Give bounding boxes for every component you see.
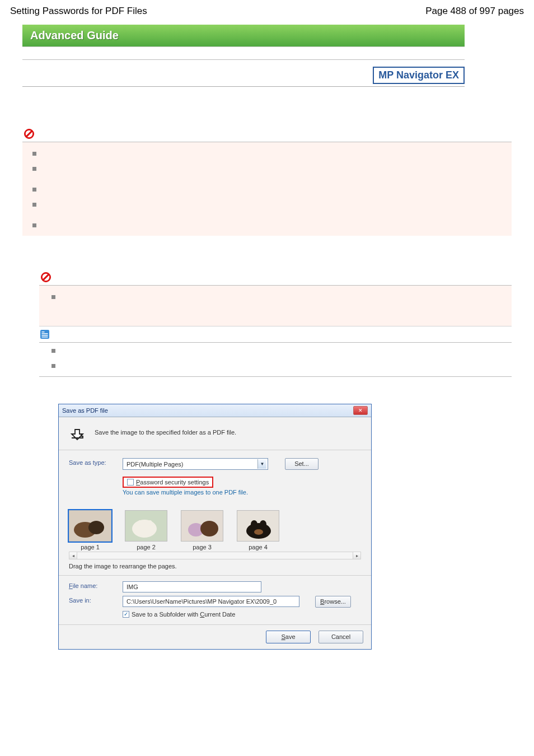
svg-point-13 <box>88 521 104 534</box>
subfolder-row: ✓ Save to a Subfolder with Current Date <box>123 611 361 618</box>
save-as-type-label: Save as type: <box>69 458 123 466</box>
save-pdf-dialog: Save as PDF file ✕ Save the image to the… <box>58 404 372 650</box>
scroll-right-icon[interactable]: ▸ <box>353 552 360 559</box>
svg-rect-6 <box>40 330 49 339</box>
mp-navigator-badge: MP Navigator EX <box>373 67 465 84</box>
dialog-screenshot: Save as PDF file ✕ Save the image to the… <box>58 404 372 650</box>
divider <box>22 86 465 87</box>
dialog-footer: Save Cancel <box>59 624 371 649</box>
thumbnail-image <box>237 510 279 542</box>
important-note <box>22 126 512 236</box>
memo-body <box>39 343 512 376</box>
multiple-images-hint: You can save multiple images to one PDF … <box>123 489 361 496</box>
svg-rect-10 <box>42 337 48 338</box>
list-item <box>51 358 512 373</box>
page-thumb-1[interactable]: page 1 <box>69 510 111 550</box>
step-block <box>39 269 512 377</box>
svg-point-16 <box>138 520 142 526</box>
mpnav-row: MP Navigator EX <box>22 67 465 84</box>
bullet-icon <box>32 203 36 207</box>
svg-point-23 <box>251 520 257 528</box>
set-button[interactable]: Set... <box>285 458 318 470</box>
prohibit-icon <box>24 128 35 139</box>
page-thumb-4[interactable]: page 4 <box>237 510 279 550</box>
save-in-label: Save in: <box>69 596 123 604</box>
memo-header <box>39 326 512 343</box>
list-item <box>32 146 509 161</box>
page-header: Setting Passwords for PDF Files Page 488… <box>0 0 534 25</box>
password-checkbox-label: Password security settings <box>136 479 209 486</box>
svg-point-20 <box>200 521 218 536</box>
save-as-type-dropdown[interactable]: PDF(Multiple Pages) ▼ <box>123 458 268 470</box>
list-item <box>51 343 512 358</box>
save-in-path: C:\Users\UserName\Pictures\MP Navigator … <box>123 596 299 607</box>
file-name-input[interactable]: IMG <box>123 581 261 592</box>
page-thumb-2[interactable]: page 2 <box>125 510 167 550</box>
password-security-highlight: Password security settings <box>123 477 213 488</box>
bullet-icon <box>32 223 36 227</box>
drag-hint: Drag the image to rearrange the pages. <box>59 559 371 575</box>
save-as-type-value: PDF(Multiple Pages) <box>127 461 183 468</box>
important-header <box>22 126 512 142</box>
list-item <box>32 161 509 176</box>
thumb-label: page 4 <box>237 544 279 550</box>
bullet-icon <box>51 295 55 299</box>
prohibit-icon <box>40 272 51 283</box>
svg-rect-9 <box>42 335 48 336</box>
step-important-header <box>39 269 512 286</box>
save-arrow-icon <box>68 423 87 442</box>
subfolder-checkbox[interactable]: ✓ <box>123 611 129 618</box>
thumb-label: page 3 <box>181 544 223 550</box>
file-name-label: File name: <box>69 581 123 589</box>
dialog-header-row: Save the image to the specified folder a… <box>59 417 371 450</box>
content: Advanced Guide MP Navigator EX <box>0 25 534 666</box>
doc-section-title: Setting Passwords for PDF Files <box>10 6 147 17</box>
divider <box>22 59 465 60</box>
bullet-icon <box>32 152 36 156</box>
dialog-title: Save as PDF file <box>62 407 108 414</box>
subfolder-label: Save to a Subfolder with Current Date <box>132 611 235 618</box>
save-section: File name: IMG Save in: C:\Users\UserNam… <box>59 575 371 624</box>
chevron-down-icon: ▼ <box>257 459 266 469</box>
advanced-guide-banner: Advanced Guide <box>22 25 465 47</box>
svg-point-25 <box>254 529 263 535</box>
important-body <box>22 142 512 236</box>
thumb-label: page 1 <box>69 544 111 550</box>
window-controls: ✕ <box>352 406 368 415</box>
thumb-label: page 2 <box>125 544 167 550</box>
page-counter: Page 488 of 997 pages <box>425 6 524 17</box>
thumbnail-image <box>125 510 167 542</box>
svg-point-17 <box>148 520 152 526</box>
dialog-titlebar: Save as PDF file ✕ <box>59 404 371 417</box>
bullet-icon <box>51 349 55 353</box>
step-important-body <box>39 286 512 326</box>
list-item <box>32 181 509 197</box>
thumbnail-image <box>181 510 223 542</box>
svg-rect-8 <box>42 333 48 334</box>
browse-button[interactable]: Browse... <box>315 596 351 608</box>
save-button[interactable]: Save <box>266 631 311 643</box>
thumbnail-strip: page 1 page 2 page 3 <box>59 498 371 550</box>
svg-rect-7 <box>42 332 45 333</box>
bullet-icon <box>32 167 36 171</box>
svg-point-24 <box>260 520 266 528</box>
thumbnail-image <box>69 510 111 542</box>
scroll-left-icon[interactable]: ◂ <box>69 552 77 559</box>
list-item <box>32 197 509 212</box>
thumbnail-scrollbar[interactable]: ◂ ▸ <box>69 552 361 559</box>
save-type-section: Save as type: PDF(Multiple Pages) ▼ Set.… <box>59 450 371 498</box>
bullet-icon <box>51 364 55 368</box>
close-button[interactable]: ✕ <box>353 406 368 415</box>
list-item <box>32 217 509 232</box>
cancel-button[interactable]: Cancel <box>318 631 363 643</box>
dialog-header-text: Save the image to the specified folder a… <box>95 429 236 436</box>
note-icon <box>39 329 50 340</box>
svg-point-15 <box>132 520 157 538</box>
page-thumb-3[interactable]: page 3 <box>181 510 223 550</box>
divider <box>39 376 512 377</box>
password-checkbox[interactable] <box>127 479 134 486</box>
bullet-icon <box>32 188 36 192</box>
